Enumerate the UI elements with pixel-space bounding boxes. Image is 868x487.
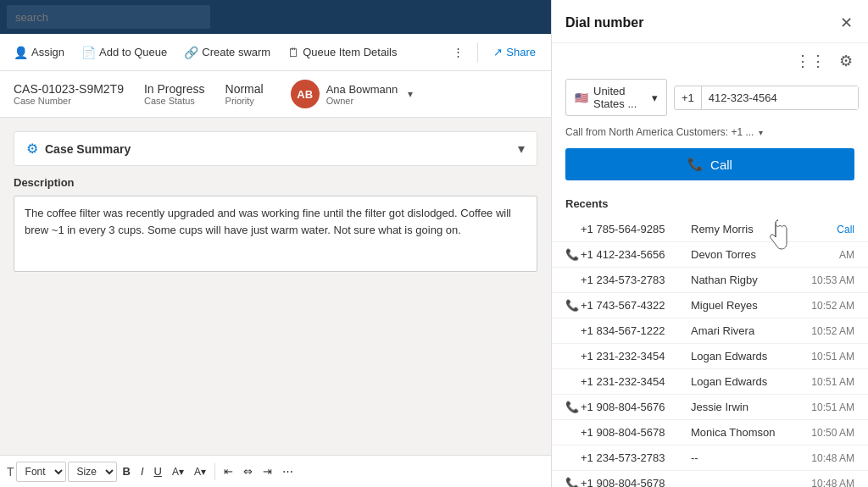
recent-time: 10:51 AM (808, 401, 854, 413)
recent-time: 10:48 AM (808, 452, 854, 464)
owner-chevron-button[interactable]: ▾ (404, 88, 416, 100)
more-options-button[interactable]: ⋮ (446, 42, 470, 62)
caller-id-row[interactable]: Call from North America Customers: +1 ..… (552, 126, 868, 148)
section-chevron-icon: ▾ (518, 141, 525, 157)
create-swarm-button[interactable]: 🔗 Create swarm (177, 42, 277, 63)
toolbar: 👤 Assign 📄 Add to Queue 🔗 Create swarm 🗒… (0, 34, 551, 71)
swarm-icon: 🔗 (184, 46, 198, 59)
caller-id-chevron-icon: ▾ (759, 128, 763, 137)
description-section: Description The coffee filter was recent… (14, 176, 537, 272)
case-header: CAS-01023-S9M2T9 Case Number In Progress… (0, 71, 551, 118)
caller-id-text: Call from North America Customers: +1 ..… (565, 126, 754, 138)
dial-actions: ⋮⋮ ⚙ (552, 43, 868, 79)
recent-phone: +1 231-232-3454 (581, 350, 691, 362)
recent-phone: +1 908-804-5676 (581, 401, 691, 413)
underline-button[interactable]: U (150, 462, 166, 480)
align-left-button[interactable]: ⇤ (220, 462, 237, 480)
bold-button[interactable]: B (119, 462, 135, 480)
align-right-button[interactable]: ⇥ (259, 462, 276, 480)
size-dropdown[interactable]: Size (68, 462, 117, 482)
recent-phone: +1 234-573-2783 (581, 274, 691, 286)
add-to-queue-button[interactable]: 📄 Add to Queue (75, 42, 174, 63)
recent-item[interactable]: +1 234-573-2783--10:48 AM (552, 445, 868, 471)
queue-icon: 📄 (81, 46, 96, 59)
case-status-field: In Progress Case Status (144, 82, 205, 106)
recent-time: 10:48 AM (808, 478, 854, 488)
main-content: ⚙ Case Summary ▾ Description The coffee … (0, 118, 551, 487)
description-label: Description (14, 176, 537, 189)
assign-button[interactable]: 👤 Assign (7, 42, 71, 63)
recent-name: -- (691, 451, 808, 464)
queue-item-details-button[interactable]: 🗒 Queue Item Details (281, 42, 403, 63)
dial-panel: Dial number ✕ ⋮⋮ ⚙ 🇺🇸 United States ... … (551, 0, 868, 487)
recent-phone: +1 234-573-2783 (581, 451, 691, 464)
font-dropdown[interactable]: Font (16, 462, 66, 482)
case-number-label: Case Number (14, 96, 124, 106)
country-name: United States ... (593, 85, 647, 110)
more-formatting-button[interactable]: ⋯ (278, 462, 298, 480)
case-priority-value: Normal (225, 82, 264, 96)
recent-time: 10:52 AM (808, 325, 854, 337)
recent-phone: +1 231-232-3454 (581, 375, 691, 388)
recent-name: Nathan Rigby (691, 274, 808, 286)
summary-icon: ⚙ (26, 141, 38, 157)
recent-time: Call (808, 224, 854, 235)
case-summary-section[interactable]: ⚙ Case Summary ▾ (14, 131, 537, 166)
recent-name: Logan Edwards (691, 375, 808, 388)
case-status-label: Case Status (144, 96, 205, 106)
font-color-button[interactable]: A▾ (190, 463, 210, 480)
share-button[interactable]: ↗ Share (485, 42, 544, 62)
editor-separator (214, 463, 215, 480)
person-icon: 👤 (14, 46, 28, 59)
recent-item[interactable]: 📞+1 743-567-4322Miguel Reyes10:52 AM (552, 293, 868, 318)
recent-item[interactable]: 📞+1 412-234-5656Devon TorresAM (552, 242, 868, 268)
top-bar (0, 0, 551, 34)
close-button[interactable]: ✕ (838, 12, 854, 34)
recent-item[interactable]: 📞+1 908-804-567810:48 AM (552, 471, 868, 487)
call-type-icon: 📞 (565, 248, 581, 261)
recent-name: Monica Thomson (691, 426, 808, 439)
recent-item[interactable]: +1 834-567-1222Amari Rivera10:52 AM (552, 318, 868, 344)
recents-list: +1 785-564-9285Remy MorrisCall📞+1 412-23… (552, 217, 868, 487)
case-priority-label: Priority (225, 96, 264, 106)
recent-name: Jessie Irwin (691, 401, 808, 413)
recent-item[interactable]: +1 231-232-3454Logan Edwards10:51 AM (552, 369, 868, 395)
highlight-button[interactable]: A▾ (168, 463, 188, 480)
recent-item[interactable]: +1 785-564-9285Remy MorrisCall (552, 217, 868, 242)
country-chevron-icon: ▾ (652, 91, 658, 104)
recent-phone: +1 908-804-5678 (581, 477, 691, 487)
phone-input-group: +1 (674, 86, 859, 110)
share-icon: ↗ (493, 46, 503, 58)
case-summary-title: Case Summary (45, 142, 131, 156)
recent-phone: +1 908-804-5678 (581, 426, 691, 439)
dialpad-button[interactable]: ⋮⋮ (793, 50, 827, 72)
details-icon: 🗒 (287, 46, 299, 59)
crm-panel: 👤 Assign 📄 Add to Queue 🔗 Create swarm 🗒… (0, 0, 551, 487)
recent-phone: +1 785-564-9285 (581, 223, 691, 235)
recent-name: Miguel Reyes (691, 299, 808, 312)
recent-item[interactable]: 📞+1 908-804-5676Jessie Irwin10:51 AM (552, 395, 868, 420)
recent-name: Amari Rivera (691, 324, 808, 337)
recent-time: AM (808, 249, 854, 261)
recent-name: Logan Edwards (691, 350, 808, 362)
phone-number-input[interactable] (702, 86, 858, 109)
country-code: +1 (675, 86, 702, 109)
italic-button[interactable]: I (136, 462, 148, 480)
settings-button[interactable]: ⚙ (837, 50, 854, 72)
search-input[interactable] (7, 5, 210, 29)
recent-item[interactable]: +1 231-232-3454Logan Edwards10:51 AM (552, 344, 868, 369)
owner-name: Ana Bowmann (326, 83, 398, 96)
align-center-button[interactable]: ⇔ (239, 462, 257, 480)
call-button[interactable]: 📞 Call (565, 148, 854, 180)
call-icon: 📞 (687, 157, 704, 172)
case-status-value: In Progress (144, 82, 205, 96)
recent-name: Remy Morris (691, 223, 808, 235)
call-type-icon: 📞 (565, 401, 581, 413)
country-select[interactable]: 🇺🇸 United States ... ▾ (565, 79, 667, 116)
recent-item[interactable]: +1 234-573-2783Nathan Rigby10:53 AM (552, 268, 868, 293)
recent-item[interactable]: +1 908-804-5678Monica Thomson10:50 AM (552, 420, 868, 445)
recent-time: 10:51 AM (808, 376, 854, 388)
recent-phone: +1 412-234-5656 (581, 248, 691, 261)
description-text[interactable]: The coffee filter was recently upgraded … (14, 196, 537, 272)
separator (477, 42, 478, 63)
